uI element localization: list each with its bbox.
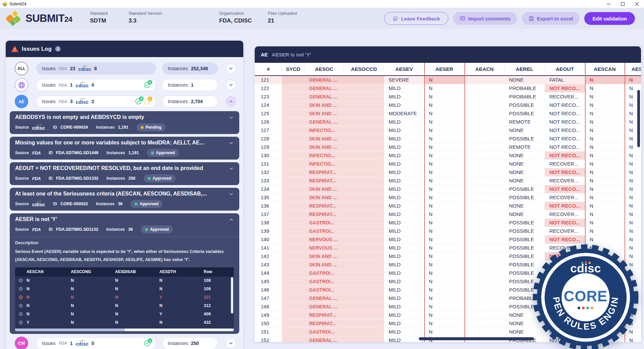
column-header-n[interactable]: # [255, 63, 282, 75]
evidence-row[interactable]: NNNN108 [15, 276, 234, 285]
domain-avatar-cm[interactable]: CM [15, 337, 28, 349]
issue-card[interactable]: Missing values for one or more variables… [10, 137, 239, 160]
issue-card[interactable]: AEBODSYS is not empty and AEBDSYCD is em… [10, 111, 239, 134]
table-row[interactable]: 133RESPIRAT...MILDNNONERECOVER...NN [255, 177, 641, 185]
table-row[interactable]: 136RESPIRAT...MILDNNONENOT RECO...NN [255, 202, 641, 210]
table-row[interactable]: 138GASTROI...MILDNPOSSIBLENOT RECO...NN [255, 219, 641, 227]
table-row[interactable]: 126GENERAL ...MILDNREMOTENOT RECO...NN [255, 118, 641, 126]
table-row[interactable]: 137RESPIRAT...MILDNNONERECOVER...NN [255, 210, 641, 219]
evidence-row[interactable]: YNNN432 [15, 318, 234, 327]
table-row[interactable]: 128SKIN AND ...MILDNPOSSIBLENOT RECO...N… [255, 135, 641, 143]
evidence-row[interactable]: NNNN312 [15, 302, 234, 310]
evidence-horizontal-scrollbar[interactable] [15, 329, 234, 331]
instances-pill[interactable]: Instances2,704 [162, 95, 218, 107]
view-row-eye-icon[interactable] [15, 320, 27, 325]
column-header-acn[interactable]: AEACN [464, 63, 504, 75]
column-header-ser[interactable]: AESER [424, 63, 464, 75]
table-row[interactable]: 140NERVOUS ...MILDNPOSSIBLENOT RECO...NN [255, 235, 641, 244]
maximize-button[interactable] [616, 0, 630, 8]
all-filter-avatar[interactable]: ALL [15, 62, 28, 75]
cell-sev: MILD [384, 160, 424, 168]
column-header-sev[interactable]: AESEV [384, 63, 424, 75]
instances-pill[interactable]: Instances1 [162, 79, 218, 91]
leave-feedback-button[interactable]: Leave Feedback [384, 12, 448, 25]
table-row[interactable]: 127INFECTIO...MILDNNONENOT RECO...NN [255, 126, 641, 135]
issue-card-header[interactable]: AEOUT = NOT RECOVERED/NOT RESOLVED, but … [15, 165, 234, 173]
group-toggle-button[interactable] [226, 96, 236, 106]
view-row-eye-icon[interactable] [15, 287, 27, 291]
chevron-down-icon[interactable] [229, 166, 234, 173]
issue-card[interactable]: At least one of the Seriousness criteria… [10, 188, 239, 211]
cdisc-issue-count: 8 [94, 66, 97, 71]
issues-pill[interactable]: IssuesFDA23cdisc8 [36, 62, 156, 75]
view-row-eye-icon[interactable] [15, 303, 27, 308]
button-label: Import comments [468, 16, 510, 21]
column-header-soc[interactable]: AESOC [304, 63, 344, 75]
column-header-rel[interactable]: AEREL [504, 63, 545, 75]
chevron-down-icon[interactable] [229, 191, 234, 198]
instances-pill[interactable]: Instances250 [162, 337, 218, 349]
column-header-out[interactable]: AEOUT [545, 63, 585, 75]
issue-card[interactable]: AEOUT = NOT RECOVERED/NOT RESOLVED, but … [10, 162, 239, 185]
group-toggle-button[interactable] [226, 338, 236, 348]
table-horizontal-scrollbar[interactable] [419, 337, 534, 340]
issues-pill[interactable]: IssuesFDA1cdisc01 [36, 79, 156, 91]
cell-scan: N [585, 210, 625, 218]
table-row[interactable]: 131INFECTIO...MILDNNONERECOVER...NN [255, 160, 641, 168]
table-row[interactable]: 139GASTROI...MILDNPOSSIBLERECOVER...NN [255, 227, 641, 235]
column-header-sycd[interactable]: SYCD [282, 63, 304, 75]
domain-avatar-ae[interactable]: AE [15, 95, 28, 108]
close-button[interactable] [630, 0, 644, 8]
evidence-row[interactable]: NNNY121 [15, 293, 234, 302]
table-row[interactable]: 129SKIN AND ...MILDNREMOTENOT RECO...NN [255, 143, 641, 151]
table-row[interactable]: 121GENERAL ...SEVERENNONEFATALNN [255, 76, 641, 84]
info-icon[interactable] [55, 46, 61, 52]
cell-soccd [344, 143, 384, 151]
minimize-button[interactable] [602, 0, 616, 8]
globe-icon[interactable] [15, 78, 28, 92]
import-comments-button[interactable]: Import comments [453, 12, 517, 25]
table-row[interactable]: 132RESPIRAT...MILDNNONENOT RECO...NN [255, 168, 641, 177]
cell-sev: MILD [384, 185, 424, 193]
cell-ser: N [424, 269, 464, 277]
edit-validation-button[interactable]: Edit validation [584, 12, 635, 25]
view-row-eye-icon[interactable] [15, 295, 27, 300]
column-header-soccd[interactable]: AESOCCD [344, 63, 384, 75]
issues-pill[interactable]: IssuesFDA1cdisc01 [36, 337, 156, 349]
table-row[interactable]: 130INFECTIO...MILDNNONENOT RECO...NN [255, 151, 641, 160]
table-row[interactable]: 124SKIN AND ...MILDNPOSSIBLENOT RECO...N… [255, 101, 641, 110]
view-row-eye-icon[interactable] [15, 312, 27, 316]
table-row[interactable]: 125SKIN AND ...MODERATENPOSSIBLENOT RECO… [255, 110, 641, 118]
evidence-row[interactable]: NNNY409 [15, 310, 234, 318]
cell-n: 134 [255, 185, 282, 193]
column-header-scong[interactable]: AESCONG [625, 63, 641, 75]
issue-card[interactable]: AESER is not 'Y'SourceFDAIDFDA.SDTMIG.SD… [10, 213, 239, 334]
export-to-excel-button[interactable]: Export to excel [522, 12, 580, 25]
table-row[interactable]: 122GENERAL ...MILDNPROBABLENOT RECO...NN [255, 84, 641, 93]
logo-mark-icon [6, 11, 21, 26]
issue-card-header[interactable]: AEBODSYS is not empty and AEBDSYCD is em… [15, 114, 234, 122]
evidence-vertical-scrollbar[interactable] [231, 277, 233, 313]
table-vertical-scrollbar[interactable] [637, 90, 640, 147]
table-row[interactable]: 135SKIN AND ...MILDNPOSSIBLERECOVER...NN [255, 193, 641, 202]
cell-soccd [344, 76, 384, 84]
cell-n: 128 [255, 135, 282, 143]
instances-pill[interactable]: Instances252,348 [162, 62, 218, 75]
cell-rel: POSSIBLE [504, 227, 545, 235]
issue-card-header[interactable]: AESER is not 'Y' [15, 216, 234, 224]
group-toggle-button[interactable] [226, 80, 236, 90]
scrollbar-thumb[interactable] [125, 329, 233, 331]
chevron-up-icon[interactable] [229, 217, 234, 224]
column-header-scan[interactable]: AESCAN [585, 63, 625, 75]
table-row[interactable]: 134SKIN AND ...MILDNPOSSIBLENOT RECO...N… [255, 185, 641, 193]
chevron-down-icon[interactable] [229, 115, 234, 122]
issues-pill[interactable]: IssuesFDA3cdisc241 [36, 95, 156, 107]
view-row-eye-icon[interactable] [15, 278, 27, 283]
group-toggle-button[interactable] [226, 63, 236, 74]
issue-card-header[interactable]: Missing values for one or more variables… [15, 140, 234, 147]
chevron-down-icon[interactable] [229, 140, 234, 147]
evidence-row[interactable]: NNNN109 [15, 285, 234, 293]
cell-sycd [282, 118, 304, 126]
issue-card-header[interactable]: At least one of the Seriousness criteria… [15, 191, 234, 198]
table-row[interactable]: 123GENERAL ...MILDNPROBABLERECOVER...NN [255, 93, 641, 101]
